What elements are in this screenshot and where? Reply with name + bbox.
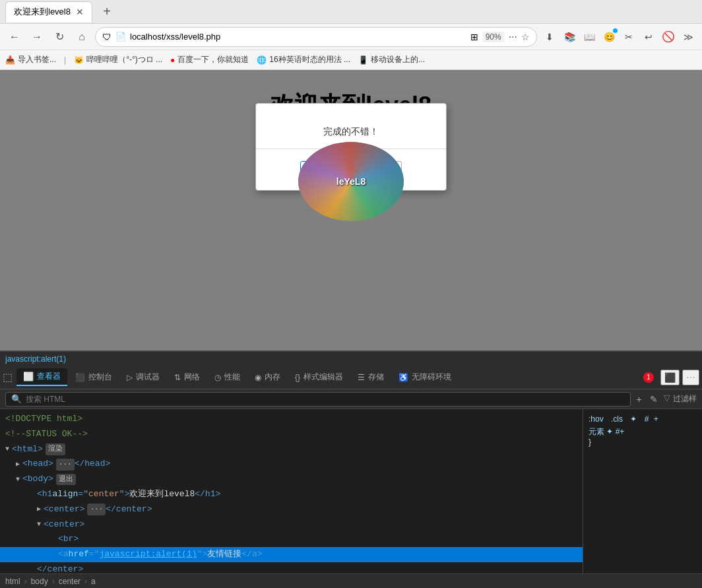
tree-br[interactable]: <br> [0, 532, 583, 547]
active-tab[interactable]: 欢迎来到level8 ✕ [5, 1, 92, 22]
account-button[interactable]: 😊 [600, 28, 618, 46]
back-button[interactable]: ← [5, 28, 24, 46]
devtools-toolbar: 🔍 + ✎ ▽ 过滤样 [0, 389, 702, 409]
tab-style-editor[interactable]: {} 样式编辑器 [288, 369, 350, 385]
title-bar: 欢迎来到level8 ✕ + [0, 0, 702, 24]
bookmark-import[interactable]: 📥 导入书签... [5, 54, 56, 65]
memory-icon: ◉ [255, 373, 261, 382]
html-tree[interactable]: <!DOCTYPE html> <!--STATUS OK--> <html> … [0, 409, 583, 573]
head-badge[interactable]: ··· [56, 459, 75, 471]
more-menu-button[interactable]: ≫ [680, 28, 697, 46]
tab-accessibility[interactable]: ♿ 无障碍环境 [392, 369, 458, 385]
tree-h1[interactable]: <h1 align =" center "> 欢迎来到level8 </h1> [0, 487, 583, 502]
sep-1: › [24, 577, 27, 586]
bookmarks-button[interactable]: 📚 [561, 28, 578, 46]
center1-badge[interactable]: ··· [87, 504, 106, 515]
more-options-icon[interactable]: ··· [509, 31, 517, 43]
zoom-level: 90% [482, 32, 505, 42]
style-editor-icon: {} [295, 373, 300, 382]
dialog-header [256, 104, 446, 109]
head-toggle[interactable] [16, 459, 20, 470]
breadcrumb-html[interactable]: html [5, 577, 20, 586]
tree-center-2[interactable]: <center> [0, 517, 583, 533]
tree-body[interactable]: <body> 退出 [0, 472, 583, 487]
bookmark-bilibili[interactable]: 🐱 哔哩哔哩（°-°)つロ ... [74, 54, 162, 65]
bookmark-mobile[interactable]: 📱 移动设备上的... [358, 54, 425, 65]
baidu-icon: ● [170, 55, 175, 65]
tab-close-button[interactable]: ✕ [76, 7, 84, 17]
body-badge[interactable]: 退出 [56, 474, 76, 486]
tab-storage[interactable]: ☰ 存储 [351, 369, 391, 385]
new-tab-button[interactable]: + [98, 3, 116, 21]
browser-window: 欢迎来到level8 ✕ + ← → ↻ ⌂ 🛡 📄 ⊞ 90% ··· ☆ ⬇… [0, 0, 702, 588]
tree-html[interactable]: <html> 渲染 [0, 442, 583, 457]
home-button[interactable]: ⌂ [73, 28, 91, 46]
search-icon: 🔍 [11, 394, 22, 404]
nav-bar: ← → ↻ ⌂ 🛡 📄 ⊞ 90% ··· ☆ ⬇ 📚 📖 😊 ✂ ↩ 🚫 ≫ [0, 24, 702, 50]
tab-performance[interactable]: ◷ 性能 [208, 369, 247, 385]
html-search-input[interactable] [26, 395, 625, 404]
sep-3: › [84, 577, 87, 586]
breadcrumb-a[interactable]: a [91, 577, 96, 586]
tab-debugger-label: 调试器 [136, 372, 160, 383]
tree-head[interactable]: <head> ··· </head> [0, 457, 583, 472]
html-toggle[interactable] [5, 444, 9, 455]
storage-icon: ☰ [358, 373, 365, 382]
devtools-dock-button[interactable]: ⬛ [660, 370, 680, 385]
tab-debugger[interactable]: ▷ 调试器 [120, 369, 166, 385]
breadcrumb-body[interactable]: body [31, 577, 48, 586]
inspector-icon: ⬜ [23, 372, 34, 381]
pick-element-button[interactable]: ✎ [647, 393, 660, 406]
add-node-button[interactable]: + [633, 393, 644, 406]
back-history-button[interactable]: ↩ [640, 28, 657, 46]
bookmark-baidu[interactable]: ● 百度一下，你就知道 [170, 54, 249, 65]
reader-mode-button[interactable]: 📖 [581, 28, 598, 46]
inspector-pick-icon[interactable]: ⬚ [3, 371, 13, 383]
debugger-icon: ▷ [127, 373, 133, 382]
tab-network[interactable]: ⇅ 网络 [168, 369, 207, 385]
bookmark-mobile-label: 移动设备上的... [371, 54, 425, 65]
tab-inspector[interactable]: ⬜ 查看器 [16, 368, 67, 386]
bookmarks-bar: 📥 导入书签... | 🐱 哔哩哔哩（°-°)つロ ... ● 百度一下，你就知… [0, 50, 702, 70]
tree-close-center-2[interactable]: </center> [0, 562, 583, 573]
breadcrumb-center[interactable]: center [59, 577, 80, 586]
accessibility-icon: ♿ [399, 373, 408, 382]
devtools-tabs: ⬚ ⬜ 查看器 ⬛ 控制台 ▷ 调试器 ⇅ 网络 ◷ 性能 ◉ [0, 366, 702, 389]
body-toggle[interactable] [16, 474, 20, 485]
tab-console[interactable]: ⬛ 控制台 [69, 369, 119, 385]
reload-button[interactable]: ↻ [50, 28, 69, 46]
forward-button[interactable]: → [28, 28, 46, 46]
devtools-left: <!DOCTYPE html> <!--STATUS OK--> <html> … [0, 409, 583, 573]
tab-memory[interactable]: ◉ 内存 [248, 369, 287, 385]
tree-doctype: <!DOCTYPE html> [0, 412, 583, 427]
address-input[interactable] [130, 32, 466, 42]
performance-icon: ◷ [214, 373, 221, 382]
console-icon: ⬛ [75, 373, 85, 382]
network-icon: ⇅ [174, 373, 181, 382]
devtools-more-button[interactable]: ⋯ [682, 370, 699, 385]
tab-title: 欢迎来到level8 [14, 6, 71, 18]
center1-toggle[interactable] [37, 504, 41, 515]
tab-console-label: 控制台 [88, 372, 112, 383]
error-badge: 1 [643, 372, 654, 383]
tab-style-editor-label: 样式编辑器 [303, 372, 343, 383]
download-button[interactable]: ⬇ [541, 28, 558, 46]
html-badge[interactable]: 渲染 [46, 443, 65, 455]
right-element-header: 元素 ✦ #+ [589, 426, 697, 438]
tree-a-tag[interactable]: <a href =" javascript:alert(1) "> 友情链接 <… [0, 547, 583, 562]
right-panel-header: :hov .cls ✦ # + [589, 414, 697, 424]
center2-toggle[interactable] [37, 519, 41, 530]
tab-inspector-label: 查看器 [37, 371, 61, 382]
tree-center-1[interactable]: <center> ··· </center> [0, 502, 583, 517]
bookmark-import-label: 导入书签... [18, 54, 56, 65]
bookmark-star-icon[interactable]: ☆ [521, 32, 530, 42]
tab-network-label: 网络 [184, 372, 200, 383]
screenshot-button[interactable]: ✂ [620, 28, 637, 46]
no-script-button[interactable]: 🚫 [660, 28, 677, 46]
right-closing-brace: } [589, 438, 697, 447]
status-bar: javascript:alert(1) [0, 351, 702, 366]
bookmark-english[interactable]: 🌐 16种英语时态的用法 ... [257, 54, 350, 65]
english-icon: 🌐 [257, 55, 267, 65]
bookmark-baidu-label: 百度一下，你就知道 [177, 54, 249, 65]
breadcrumb-bar: html › body › center › a [0, 573, 702, 588]
